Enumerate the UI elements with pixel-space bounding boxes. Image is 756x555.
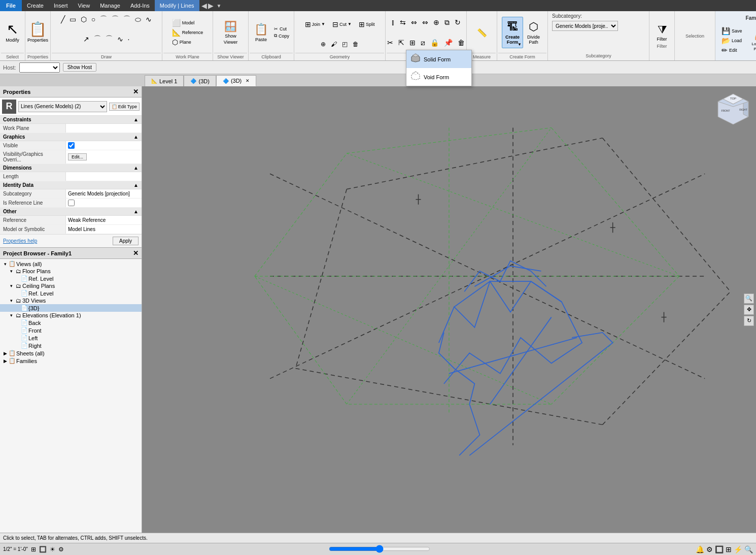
nav-cube[interactable]: TOP FRONT RIGHT bbox=[715, 91, 751, 127]
cut-dropdown[interactable]: ▼ bbox=[348, 22, 352, 26]
mirror-y-btn[interactable]: ⇔ bbox=[420, 18, 430, 27]
draw-line[interactable]: ╱ bbox=[59, 14, 67, 24]
draw-partial[interactable]: ⌒ bbox=[92, 34, 103, 44]
paste-button[interactable]: 📋 Paste bbox=[251, 17, 271, 48]
graphics-collapse[interactable]: ▲ bbox=[133, 134, 139, 140]
draw-rect[interactable]: ▭ bbox=[67, 14, 78, 24]
menu-manage[interactable]: Manage bbox=[95, 0, 125, 11]
bottom-icon1[interactable]: ⊞ bbox=[31, 546, 36, 553]
plane-btn[interactable]: ⬡ Plane bbox=[170, 38, 205, 47]
draw-spline2[interactable]: ∿ bbox=[115, 34, 125, 44]
tree-3d-views[interactable]: ▾ 🗂 3D Views bbox=[0, 297, 142, 304]
bottom-icon3[interactable]: ☀ bbox=[50, 546, 55, 553]
draw-pick[interactable]: ↗ bbox=[81, 34, 91, 44]
copy-button[interactable]: ⧉ Copy bbox=[272, 32, 291, 39]
tree-ceiling-plans[interactable]: ▾ 🗂 Ceiling Plans bbox=[0, 282, 142, 289]
draw-spline[interactable]: ∿ bbox=[144, 14, 154, 24]
copy-mod-btn[interactable]: ⧉ bbox=[442, 18, 452, 27]
constraints-collapse[interactable]: ▲ bbox=[133, 117, 139, 122]
ref-level-fp-toggle[interactable]: ▶ bbox=[14, 276, 20, 281]
bottom-icon2[interactable]: 🔲 bbox=[39, 546, 47, 553]
create-form-dropdown-arrow[interactable]: ▼ bbox=[518, 42, 522, 47]
file-menu[interactable]: File bbox=[0, 0, 22, 11]
draw-pt[interactable]: · bbox=[126, 34, 132, 44]
left-toggle[interactable]: ▶ bbox=[14, 336, 20, 341]
isreference-checkbox[interactable] bbox=[68, 200, 75, 206]
edit-ribbon-btn[interactable]: ✏ Edit bbox=[719, 46, 744, 55]
show-host-button[interactable]: Show Host bbox=[63, 63, 96, 72]
draw-circle[interactable]: ○ bbox=[89, 14, 97, 24]
tree-left[interactable]: ▶ 📄 Left bbox=[0, 334, 142, 342]
other-collapse[interactable]: ▲ bbox=[133, 209, 139, 214]
viewport[interactable]: TOP FRONT RIGHT 🔍 ✥ ↻ bbox=[142, 86, 756, 533]
draw-arc1[interactable]: ⌒ bbox=[98, 14, 109, 24]
tree-ref-level-fp[interactable]: ▶ 📄 Ref. Level bbox=[0, 275, 142, 282]
3d-view-toggle[interactable]: ▶ bbox=[14, 306, 20, 311]
quick-access-back[interactable]: ◀ bbox=[201, 2, 207, 10]
type-dropdown[interactable]: Lines (Generic Models) (2) bbox=[18, 101, 107, 112]
taskbar-icon5[interactable]: ⚡ bbox=[734, 545, 742, 553]
paint-btn[interactable]: 🖌 bbox=[329, 40, 339, 48]
draw-arc2[interactable]: ⌒ bbox=[110, 14, 121, 24]
draw-ellipse[interactable]: ⬭ bbox=[133, 14, 143, 24]
tree-front[interactable]: ▶ 📄 Front bbox=[0, 327, 142, 334]
scale-btn[interactable]: ⇱ bbox=[396, 38, 406, 48]
subcategory-dropdown[interactable]: Generic Models [proje... bbox=[552, 21, 618, 31]
lock-btn[interactable]: 🔒 bbox=[428, 38, 441, 48]
quick-access-forward[interactable]: ▶ bbox=[208, 2, 214, 10]
taskbar-icon6[interactable]: 🔍 bbox=[744, 545, 753, 553]
rotate-btn[interactable]: ↻ bbox=[453, 18, 463, 27]
tree-3d-view[interactable]: ▶ 📄 {3D} bbox=[0, 304, 142, 312]
ref-level-cp-toggle[interactable]: ▶ bbox=[14, 291, 20, 296]
tree-sheets[interactable]: ▶ 📋 Sheets (all) bbox=[0, 349, 142, 357]
solid-form-item[interactable]: Solid Form bbox=[406, 50, 471, 68]
offset-btn[interactable]: ⇆ bbox=[398, 18, 408, 27]
taskbar-icon4[interactable]: ⊞ bbox=[726, 545, 732, 553]
join-geometry-button[interactable]: ⊞ Join ▼ bbox=[302, 17, 328, 32]
views-toggle[interactable]: ▾ bbox=[2, 262, 8, 267]
tree-elevations[interactable]: ▾ 🗂 Elevations (Elevation 1) bbox=[0, 312, 142, 319]
front-toggle[interactable]: ▶ bbox=[14, 328, 20, 333]
draw-inscribed[interactable]: ⬡ bbox=[79, 14, 89, 24]
tab-3d1[interactable]: 🔷 (3D) bbox=[184, 75, 216, 86]
sheets-toggle[interactable]: ▶ bbox=[2, 351, 8, 356]
save-ribbon-btn[interactable]: 💾 Save bbox=[719, 26, 744, 36]
unpin-btn[interactable]: 📌 bbox=[442, 38, 455, 48]
menu-addins[interactable]: Add-Ins bbox=[125, 0, 155, 11]
tree-right[interactable]: ▶ 📄 Right bbox=[0, 342, 142, 349]
wall-join-btn[interactable]: ⊕ bbox=[319, 40, 328, 48]
trim-btn[interactable]: ✂ bbox=[385, 38, 395, 48]
right-toggle[interactable]: ▶ bbox=[14, 343, 20, 348]
visible-checkbox[interactable] bbox=[68, 142, 75, 149]
model-btn[interactable]: ⬜ Model bbox=[170, 18, 205, 27]
floor-plans-toggle[interactable]: ▾ bbox=[8, 269, 14, 274]
scroll-bar[interactable] bbox=[329, 545, 430, 553]
split-button[interactable]: ⊞ Split bbox=[356, 17, 378, 32]
join-dropdown[interactable]: ▼ bbox=[321, 22, 325, 26]
divide-path-button[interactable]: ⬡ DividePath bbox=[524, 17, 543, 48]
orbit-btn[interactable]: ↻ bbox=[744, 316, 754, 326]
load-into-project-button[interactable]: 📤 Load intoProject bbox=[746, 25, 756, 56]
visible-prop-value[interactable] bbox=[66, 141, 142, 150]
load-ribbon-btn[interactable]: 📂 Load bbox=[719, 36, 744, 45]
dimensions-collapse[interactable]: ▲ bbox=[133, 165, 139, 171]
mirror-x-btn[interactable]: ⇔ bbox=[409, 18, 419, 27]
host-dropdown[interactable] bbox=[19, 62, 60, 73]
tree-back[interactable]: ▶ 📄 Back bbox=[0, 319, 142, 327]
3d-views-toggle[interactable]: ▾ bbox=[8, 298, 14, 303]
properties-close[interactable]: ✕ bbox=[133, 88, 139, 95]
filter-button[interactable]: ⧩ Filter bbox=[657, 23, 667, 42]
cut-geometry-button[interactable]: ⊟ Cut ▼ bbox=[329, 17, 355, 32]
taskbar-icon2[interactable]: ⚙ bbox=[706, 545, 713, 553]
draw-fillet[interactable]: ⌒ bbox=[104, 34, 115, 44]
create-form-button[interactable]: 🏗 CreateForm ▼ bbox=[502, 17, 523, 48]
elevations-toggle[interactable]: ▾ bbox=[8, 313, 14, 318]
tree-views[interactable]: ▾ 📋 Views (all) bbox=[0, 260, 142, 268]
tab-level1[interactable]: 📐 Level 1 bbox=[145, 75, 184, 86]
delete-mod-btn[interactable]: 🗑 bbox=[456, 38, 467, 48]
project-browser-close[interactable]: ✕ bbox=[133, 249, 139, 257]
properties-button[interactable]: 📋 Properties bbox=[24, 17, 51, 48]
quick-access-dropdown[interactable]: ▼ bbox=[217, 3, 222, 9]
move-btn[interactable]: ⊕ bbox=[431, 18, 441, 27]
align-btn[interactable]: ⫿ bbox=[389, 18, 397, 27]
